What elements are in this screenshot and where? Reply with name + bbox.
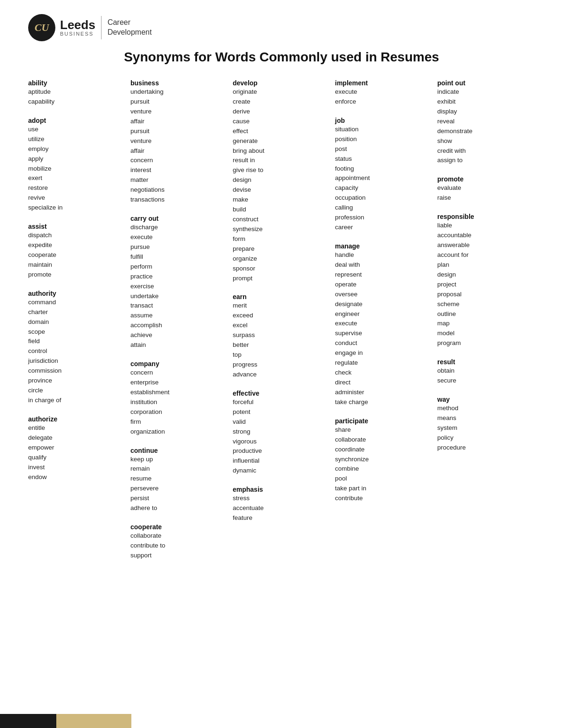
synonym-item: dynamic [233,466,330,476]
synonym-item: cause [233,117,330,127]
word-group: authoritycommandcharterdomainscopefieldc… [28,289,126,405]
synonym-item: coordinate [335,445,433,455]
synonym-item: exercise [130,282,228,292]
column-5: point outindicateexhibitdisplayrevealdem… [437,79,535,462]
word-heading: business [130,79,159,87]
synonym-item: transact [130,301,228,311]
synonym-item: affair [130,146,228,156]
synonym-item: employ [28,144,126,154]
word-group: jobsituationpositionpoststatusfootingapp… [335,116,433,233]
synonym-item: operate [335,280,433,290]
synonym-item: assume [130,311,228,321]
synonym-item: affair [130,117,228,127]
synonym-item: assign to [437,156,535,165]
word-heading: effective [233,390,259,397]
word-group: participatesharecollaboratecoordinatesyn… [335,417,433,503]
column-4: implementexecuteenforcejobsituationposit… [335,79,433,513]
word-group: companyconcernenterpriseestablishmentins… [130,360,228,436]
word-heading: cooperate [130,523,162,531]
word-heading: implement [335,79,368,87]
synonym-item: make [233,195,330,205]
word-heading: manage [335,242,360,250]
synonym-item: use [28,125,126,135]
synonym-item: generate [233,136,330,146]
synonym-item: contribute [335,494,433,503]
synonym-item: organize [233,254,330,264]
synonym-item: progress [233,360,330,370]
synonym-item: program [437,338,535,348]
synonym-item: advance [233,370,330,380]
synonym-item: devise [233,185,330,195]
synonym-item: bring about [233,146,330,156]
synonym-item: form [233,234,330,244]
synonym-item: qualify [28,453,126,463]
synonym-item: stress [233,494,330,503]
synonym-item: persevere [130,484,228,494]
synonym-item: province [28,376,126,386]
word-heading: earn [233,293,247,300]
word-heading: point out [437,79,465,87]
synonym-item: specialize in [28,203,126,213]
synonym-item: strong [233,427,330,437]
word-heading: ability [28,79,47,87]
word-heading: develop [233,79,258,87]
synonym-item: show [437,136,535,146]
synonym-item: procedure [437,443,535,453]
synonym-item: valid [233,417,330,427]
logo-cu-text: CU [35,22,49,34]
synonym-item: establishment [130,388,228,398]
synonym-item: adhere to [130,503,228,513]
synonym-item: forceful [233,398,330,407]
synonym-item: credit with [437,146,535,156]
synonym-item: synthesize [233,225,330,234]
synonym-item: take part in [335,484,433,494]
synonym-item: better [233,340,330,350]
synonym-item: reveal [437,117,535,127]
synonym-item: direct [335,378,433,388]
synonym-item: discharge [130,223,228,233]
synonym-item: project [437,280,535,290]
column-1: abilityaptitudecapabilityadoptuseutilize… [28,79,126,491]
synonym-item: practice [130,272,228,282]
synonym-item: merit [233,301,330,311]
synonym-item: delegate [28,433,126,443]
word-heading: emphasis [233,486,263,493]
synonym-item: exceed [233,311,330,321]
word-group: resultobtainsecure [437,358,535,386]
synonym-item: evaluate [437,183,535,193]
synonym-item: deal with [335,260,433,270]
word-group: earnmeritexceedexcelsurpassbettertopprog… [233,293,330,379]
synonym-item: corporation [130,407,228,417]
synonym-item: revive [28,193,126,203]
synonym-item: answerable [437,240,535,250]
synonym-item: situation [335,125,433,135]
word-heading: assist [28,223,47,230]
synonym-item: exert [28,173,126,183]
synonym-item: undertake [130,292,228,301]
synonym-item: supervise [335,329,433,338]
synonym-item: enforce [335,97,433,107]
word-heading: way [437,396,449,403]
synonym-item: calling [335,203,433,213]
logo-business-text: BUSINESS [60,31,95,37]
synonym-item: concern [130,368,228,378]
word-group: adoptuseutilizeemployapplymobilizeexertr… [28,116,126,213]
synonym-item: plan [437,260,535,270]
synonym-item: negotiations [130,185,228,195]
synonym-item: engineer [335,309,433,319]
synonym-item: design [437,270,535,280]
synonym-item: accentuate [233,503,330,513]
synonym-item: undertaking [130,87,228,97]
word-group: abilityaptitudecapability [28,79,126,107]
synonym-item: occupation [335,193,433,203]
synonym-item: remain [130,464,228,474]
synonym-item: perform [130,262,228,272]
synonym-item: empower [28,443,126,453]
synonym-item: command [28,298,126,308]
word-group: emphasisstressaccentuatefeature [233,485,330,523]
synonym-item: raise [437,193,535,203]
synonym-item: aptitude [28,87,126,97]
word-heading: company [130,360,159,368]
page-title: Synonyms for Words Commonly used in Resu… [28,50,535,65]
synonym-item: display [437,107,535,117]
